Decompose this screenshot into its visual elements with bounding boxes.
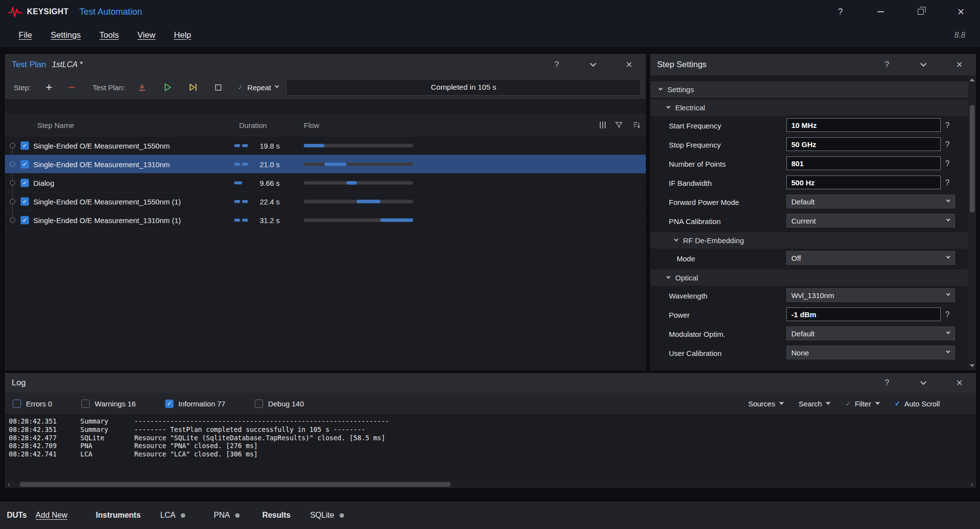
window-help-button[interactable]: ? [834, 5, 847, 18]
close-panel-button[interactable]: × [622, 58, 636, 71]
columns-icon[interactable] [600, 122, 606, 128]
table-row[interactable]: ✓Single-Ended O/E Measurement_1550nm19.8… [5, 136, 646, 155]
window-controls: ? × [834, 0, 967, 24]
checkbox[interactable]: ✓ [165, 400, 173, 408]
help-icon[interactable]: ? [945, 310, 950, 319]
step-breakpoint-circle[interactable] [10, 199, 15, 204]
section-electrical[interactable]: Electrical [650, 100, 968, 116]
column-duration[interactable]: Duration [239, 121, 267, 129]
search-dropdown[interactable]: Search [799, 400, 831, 408]
section-settings[interactable]: Settings [650, 81, 968, 98]
table-row[interactable]: ✓Dialog9.66 s [5, 174, 646, 192]
collapse-panel-button[interactable] [916, 63, 930, 67]
input-stop-frequency[interactable]: 50 GHz [786, 137, 941, 151]
table-row[interactable]: ✓Single-Ended O/E Measurement_1550nm (1)… [5, 192, 646, 211]
run-to-step-button[interactable] [135, 80, 149, 95]
minimize-button[interactable] [874, 5, 887, 18]
scrollbar-track[interactable] [13, 480, 968, 488]
scroll-up-icon[interactable] [970, 78, 975, 81]
menu-file[interactable]: File [19, 30, 32, 40]
step-breakpoint-circle[interactable] [10, 217, 15, 223]
repeat-dropdown[interactable]: ✓ Repeat [238, 83, 278, 92]
step-enabled-checkbox[interactable]: ✓ [21, 216, 29, 224]
step-breakpoint-circle[interactable] [10, 180, 15, 185]
column-flow[interactable]: Flow [304, 121, 319, 129]
menu-tools[interactable]: Tools [99, 30, 119, 40]
step-breakpoint-circle[interactable] [10, 143, 15, 148]
step-enabled-checkbox[interactable]: ✓ [21, 160, 29, 168]
step-settings-scrollbar[interactable] [968, 76, 976, 370]
test-plan-title: Test Plan [12, 60, 46, 70]
delete-step-button[interactable]: − [64, 80, 79, 95]
help-icon[interactable]: ? [945, 178, 950, 187]
help-icon[interactable]: ? [945, 121, 950, 130]
log-entry[interactable]: 08:28:42.709PNAResource "PNA" closed. [2… [5, 442, 976, 450]
menu-view[interactable]: View [138, 30, 156, 40]
help-icon[interactable]: ? [945, 140, 950, 149]
auto-scroll-toggle[interactable]: ✓ Auto Scroll [895, 400, 940, 408]
chevron-down-icon [666, 104, 670, 108]
checkbox[interactable] [13, 400, 21, 408]
filter-dropdown[interactable]: ✓ Filter [845, 400, 880, 408]
table-row[interactable]: ✓Single-Ended O/E Measurement_1310nm (1)… [5, 211, 646, 229]
log-filter-debug-140[interactable]: Debug 140 [255, 400, 304, 408]
sources-dropdown[interactable]: Sources [748, 400, 784, 408]
scrollbar-thumb[interactable] [20, 482, 451, 487]
add-step-button[interactable]: + [42, 80, 56, 95]
log-entry[interactable]: 08:28:42.477SQLiteResource "SQLite (Sqli… [5, 434, 976, 442]
instrument-lca[interactable]: LCA [160, 511, 185, 520]
log-horizontal-scrollbar[interactable]: ‹ › [5, 480, 976, 488]
step-enabled-checkbox[interactable]: ✓ [21, 178, 29, 187]
filter-funnel-icon[interactable] [614, 121, 623, 129]
sort-icon[interactable] [632, 121, 641, 129]
dropdown-modulator-optim[interactable]: Default [786, 327, 955, 340]
log-filter-information-77[interactable]: ✓Information 77 [165, 400, 225, 408]
scroll-down-icon[interactable] [970, 364, 975, 367]
log-filter-errors-0[interactable]: Errors 0 [13, 400, 52, 408]
dropdown-pna-calibration[interactable]: Current [786, 214, 955, 227]
step-enabled-checkbox[interactable]: ✓ [21, 141, 29, 150]
stop-button[interactable] [211, 80, 226, 95]
restore-button[interactable] [914, 5, 927, 18]
instrument-pna[interactable]: PNA [214, 511, 240, 520]
scroll-right-icon[interactable]: › [968, 480, 976, 488]
scrollbar-thumb[interactable] [970, 105, 975, 213]
dropdown-forward-power-mode[interactable]: Default [786, 195, 955, 208]
input-power[interactable]: -1 dBm [786, 307, 941, 321]
section-rf-de-embedding[interactable]: RF De-Embedding [650, 232, 968, 249]
log-entry[interactable]: 08:28:42.351Summary-------- TestPlan com… [5, 426, 976, 434]
help-icon[interactable]: ? [945, 159, 950, 168]
dropdown-mode[interactable]: Off [786, 251, 955, 265]
log-entry[interactable]: 08:28:42.741LCAResource "LCA" closed. [3… [5, 450, 976, 458]
log-entry[interactable]: 08:28:42.351Summary---------------------… [5, 417, 976, 426]
menu-help[interactable]: Help [174, 30, 191, 40]
menu-settings[interactable]: Settings [50, 30, 80, 40]
dropdown-wavelength[interactable]: Wvl_1310nm [786, 288, 955, 302]
help-icon[interactable]: ? [550, 60, 564, 70]
collapse-panel-button[interactable] [586, 63, 600, 67]
log-filter-warnings-16[interactable]: Warnings 16 [81, 400, 136, 408]
dropdown-user-calibration[interactable]: None [786, 346, 955, 359]
help-icon[interactable]: ? [880, 60, 894, 70]
collapse-panel-button[interactable] [916, 381, 930, 385]
close-window-button[interactable]: × [955, 5, 967, 18]
input-number-of-points[interactable]: 801 [786, 156, 941, 170]
help-icon[interactable]: ? [880, 378, 894, 388]
column-step-name[interactable]: Step Name [37, 121, 74, 129]
step-breakpoint-circle[interactable] [10, 161, 15, 167]
table-row[interactable]: ✓Single-Ended O/E Measurement_1310nm21.0… [5, 155, 646, 174]
result-sqlite[interactable]: SQLite [310, 511, 344, 520]
checkbox[interactable] [255, 400, 263, 408]
step-enabled-checkbox[interactable]: ✓ [21, 197, 29, 205]
section-optical[interactable]: Optical [650, 270, 968, 286]
scroll-left-icon[interactable]: ‹ [5, 480, 13, 488]
log-tools: Sources Search ✓ Filter ✓ Auto Scroll [748, 400, 976, 408]
run-single-step-button[interactable] [186, 80, 200, 95]
add-new-dut-link[interactable]: Add New [36, 511, 68, 520]
close-panel-button[interactable]: × [953, 58, 966, 71]
checkbox[interactable] [81, 400, 90, 408]
input-if-bandwidth[interactable]: 500 Hz [786, 176, 941, 189]
input-start-frequency[interactable]: 10 MHz [786, 118, 941, 132]
close-panel-button[interactable]: × [953, 377, 966, 389]
run-test-plan-button[interactable] [160, 80, 175, 95]
